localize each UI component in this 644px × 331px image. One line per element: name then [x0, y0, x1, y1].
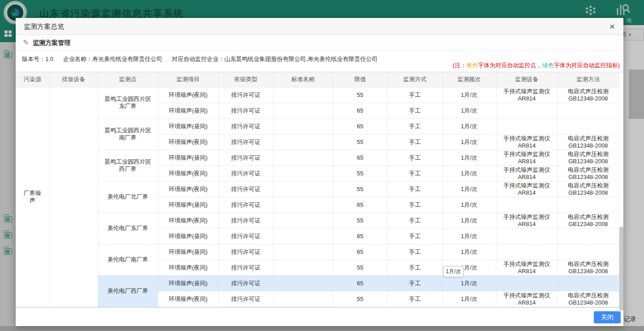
note-segment: 字体为对应自动监控点，	[478, 62, 542, 69]
cell-monitoring-equipment	[496, 228, 557, 244]
cell-monitoring-frequency: 1月/次	[442, 118, 496, 134]
cell-monitoring-item: 环境噪声(昼间)	[158, 244, 218, 260]
monitoring-plan-modal: 监测方案总览 × ✎ 监测方案管理 版本号：1.0 企业名称：寿光美伦纸业有限责…	[16, 18, 623, 326]
cell-monitoring-item: 环境噪声(夜间)	[158, 181, 218, 197]
close-button[interactable]: 关闭	[594, 311, 621, 323]
cell-standard-name	[273, 118, 333, 134]
cell-limit-value: 65	[333, 275, 387, 291]
cell-standard-name	[273, 260, 333, 275]
table-row[interactable]: 晨鸣工业园西片区 南厂界环境噪声(昼间)排污许可证65手工1月/次	[16, 118, 619, 134]
cell-standard-name	[273, 181, 333, 197]
cell-monitoring-equipment: 手持式噪声监测仪 AR814	[496, 150, 557, 166]
column-header: 监测点	[98, 72, 158, 87]
cell-monitoring-frequency: 1月/次	[442, 228, 496, 244]
cell-monitoring-frequency: 1月/次	[442, 244, 496, 260]
auto-company-value: 山东晨鸣纸业集团股份有限公司,寿光美伦纸业有限责任公司	[224, 56, 378, 62]
cell-monitoring-point: 美伦电厂西厂界	[98, 275, 158, 307]
cell-monitoring-mode: 手工	[387, 87, 442, 103]
cell-monitoring-mode: 手工	[387, 118, 442, 134]
table-row[interactable]: 美伦电厂西厂界环境噪声(昼间)排污许可证65手工1月/次	[16, 275, 619, 291]
cell-monitoring-equipment: 手持式噪声监测仪 AR814	[496, 134, 557, 150]
table-row[interactable]: 美伦电厂南厂界环境噪声(昼间)排污许可证65手工1月/次	[16, 244, 619, 260]
cell-basis-type: 排污许可证	[218, 181, 273, 197]
cell-monitoring-item: 环境噪声(夜间)	[158, 87, 218, 103]
cell-monitoring-frequency: 1月/次	[442, 181, 496, 197]
cell-basis-type: 排污许可证	[218, 118, 273, 134]
modal-footer: 关闭	[16, 308, 623, 326]
frequency-tooltip: 1月/次	[443, 266, 464, 277]
vertical-scrollbar-thumb[interactable]	[619, 226, 623, 311]
cell-monitoring-equipment: 手持式噪声监测仪 AR814	[496, 213, 557, 228]
table-row[interactable]: 美伦电厂东厂界环境噪声(夜间)排污许可证55手工1月/次手持式噪声监测仪 AR8…	[16, 213, 619, 228]
close-icon[interactable]: ×	[606, 21, 618, 32]
cell-monitoring-point: 美伦电厂东厂界	[98, 213, 158, 244]
meta-bar: 版本号：1.0 企业名称：寿光美伦纸业有限责任公司 对应自动监控企业：山东晨鸣纸…	[16, 51, 623, 72]
cell-monitoring-method: 电容式声压检测 GB12348-2008	[557, 134, 619, 150]
cell-limit-value: 55	[333, 260, 387, 275]
column-header: 监测频次	[442, 72, 496, 87]
version-label: 版本号：	[22, 56, 45, 62]
cell-monitoring-frequency: 1月/次	[442, 275, 496, 291]
column-header: 依据类型	[218, 72, 273, 87]
table-header-row: 污染源排放设备监测点监测项目依据类型标准名称限值监测方式监测频次监测设备监测方法	[16, 72, 619, 87]
column-header: 限值	[333, 72, 387, 87]
cell-monitoring-equipment	[496, 118, 557, 134]
table-row[interactable]: 美伦电厂北厂界环境噪声(夜间)排污许可证55手工1月/次手持式噪声监测仪 AR8…	[16, 181, 619, 197]
section-header: ✎ 监测方案管理	[16, 35, 623, 51]
cell-standard-name	[273, 213, 333, 228]
cell-monitoring-method	[557, 244, 619, 260]
meta-line: 版本号：1.0 企业名称：寿光美伦纸业有限责任公司 对应自动监控企业：山东晨鸣纸…	[22, 55, 378, 63]
cell-basis-type: 排污许可证	[218, 197, 273, 213]
modal-titlebar: 监测方案总览 ×	[16, 18, 623, 35]
plan-table-container: 污染源排放设备监测点监测项目依据类型标准名称限值监测方式监测频次监测设备监测方法…	[16, 72, 623, 308]
cell-limit-value: 65	[333, 118, 387, 134]
cell-monitoring-mode: 手工	[387, 181, 442, 197]
cell-monitoring-mode: 手工	[387, 228, 442, 244]
cell-monitoring-item: 环境噪声(夜间)	[158, 166, 218, 181]
section-title: 监测方案管理	[33, 39, 70, 47]
cell-pollution-source: 厂界噪 声	[16, 87, 49, 307]
cell-monitoring-mode: 手工	[387, 275, 442, 291]
cell-monitoring-method: 电容式声压检测 GB12348-2008	[557, 166, 619, 181]
cell-monitoring-point: 晨鸣工业园西片区 西厂界	[98, 150, 158, 181]
cell-monitoring-equipment: 手持式噪声监测仪 AR814	[496, 166, 557, 181]
cell-monitoring-method: 电容式声压检测 GB12348-2008	[557, 181, 619, 197]
cell-monitoring-equipment: 手持式噪声监测仪 AR814	[496, 260, 557, 275]
cell-monitoring-mode: 手工	[387, 150, 442, 166]
cell-monitoring-item: 环境噪声(夜间)	[158, 134, 218, 150]
column-header: 污染源	[16, 72, 49, 87]
cell-monitoring-mode: 手工	[387, 260, 442, 275]
cell-monitoring-equipment: 手持式噪声监测仪 AR814	[496, 291, 557, 307]
cell-monitoring-point: 晨鸣工业园西片区 东厂界	[98, 87, 158, 118]
cell-monitoring-frequency: 1月/次	[442, 197, 496, 213]
cell-limit-value: 55	[333, 87, 387, 103]
table-row[interactable]: 晨鸣工业园西片区 西厂界环境噪声(昼间)排污许可证65手工1月/次手持式噪声监测…	[16, 150, 619, 166]
pencil-icon: ✎	[23, 38, 29, 47]
cell-monitoring-method	[557, 103, 619, 118]
cell-monitoring-method	[557, 197, 619, 213]
cell-monitoring-item: 环境噪声(昼间)	[158, 197, 218, 213]
cell-monitoring-point: 美伦电厂北厂界	[98, 181, 158, 213]
cell-basis-type: 排污许可证	[218, 260, 273, 275]
cell-monitoring-item: 环境噪声(夜间)	[158, 213, 218, 228]
cell-standard-name	[273, 87, 333, 103]
cell-monitoring-method: 电容式声压检测 GB12348-2008	[557, 150, 619, 166]
cell-monitoring-method: 电容式声压检测 GB12348-2008	[557, 260, 619, 275]
table-row[interactable]: 厂界噪 声晨鸣工业园西片区 东厂界环境噪声(夜间)排污许可证55手工1月/次手持…	[16, 87, 619, 103]
cell-basis-type: 排污许可证	[218, 244, 273, 260]
cell-monitoring-frequency: 1月/次	[442, 150, 496, 166]
cell-limit-value: 55	[333, 134, 387, 150]
cell-limit-value: 65	[333, 150, 387, 166]
cell-limit-value: 65	[333, 197, 387, 213]
cell-monitoring-frequency: 1月/次	[442, 103, 496, 118]
cell-limit-value: 55	[333, 181, 387, 197]
cell-monitoring-frequency: 1月/次	[442, 166, 496, 181]
cell-monitoring-item: 环境噪声(夜间)	[158, 291, 218, 307]
cell-basis-type: 排污许可证	[218, 213, 273, 228]
cell-monitoring-item: 环境噪声(昼间)	[158, 118, 218, 134]
cell-monitoring-equipment: 手持式噪声监测仪 AR814	[496, 181, 557, 197]
cell-basis-type: 排污许可证	[218, 228, 273, 244]
cell-standard-name	[273, 244, 333, 260]
cell-basis-type: 排污许可证	[218, 150, 273, 166]
cell-monitoring-method	[557, 118, 619, 134]
